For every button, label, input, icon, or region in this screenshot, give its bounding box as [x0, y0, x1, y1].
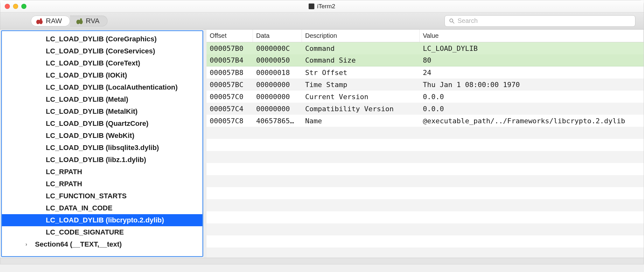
cell-offset: 000057C4: [206, 105, 253, 113]
table-row-empty: [206, 127, 644, 139]
cell-offset: 000057B0: [206, 44, 253, 52]
sidebar-item[interactable]: LC_RPATH: [2, 166, 202, 178]
sidebar-item[interactable]: LC_FUNCTION_STARTS: [2, 190, 202, 202]
sidebar[interactable]: LC_LOAD_DYLIB (CoreGraphics)LC_LOAD_DYLI…: [1, 30, 203, 257]
table-row[interactable]: 000057B800000018Str Offset24: [206, 66, 644, 78]
sidebar-item[interactable]: LC_LOAD_DYLIB (Metal): [2, 93, 202, 105]
sidebar-item[interactable]: LC_LOAD_DYLIB (libz.1.dylib): [2, 154, 202, 166]
search-field[interactable]: [444, 15, 635, 27]
cell-description: Str Offset: [302, 69, 420, 77]
header-data[interactable]: Data: [253, 30, 302, 42]
table-row-empty: [206, 139, 644, 151]
cell-data: 00000050: [253, 56, 302, 64]
search-icon: [449, 18, 455, 24]
sidebar-item[interactable]: LC_LOAD_DYLIB (QuartzCore): [2, 118, 202, 130]
svg-line-1: [453, 22, 454, 23]
cell-data: 00000000: [253, 105, 302, 113]
sidebar-section[interactable]: ›Section64 (__TEXT,__text): [2, 238, 202, 250]
cell-offset: 000057B4: [206, 56, 253, 64]
sidebar-item[interactable]: LC_LOAD_DYLIB (CoreServices): [2, 45, 202, 57]
table-row-empty: [206, 187, 644, 199]
table-row[interactable]: 000057B400000050Command Size80: [206, 54, 644, 66]
window-title: iTerm2: [0, 3, 644, 10]
cell-value: 80: [420, 56, 644, 64]
window-title-text: iTerm2: [317, 3, 335, 10]
cell-value: 24: [420, 69, 644, 77]
cell-description: Command: [302, 44, 420, 52]
header-value[interactable]: Value: [420, 30, 644, 42]
chevron-right-icon[interactable]: ›: [25, 241, 27, 247]
detail-pane: Offset Data Description Value 000057B000…: [206, 30, 644, 258]
sidebar-section-label: Section64 (__TEXT,__text): [35, 240, 122, 248]
cell-data: 00000018: [253, 69, 302, 77]
sidebar-item[interactable]: LC_LOAD_DYLIB (LocalAuthentication): [2, 81, 202, 93]
cell-description: Compatibility Version: [302, 105, 420, 113]
split-divider[interactable]: [203, 30, 206, 258]
sidebar-item[interactable]: LC_LOAD_DYLIB (MetalKit): [2, 105, 202, 118]
cell-description: Time Stamp: [302, 81, 420, 89]
tab-raw[interactable]: RAW: [31, 16, 70, 26]
search-input[interactable]: [458, 17, 631, 24]
app-window: iTerm2 RAW RVA LC_LOAD_DYLIB (CoreG: [0, 0, 644, 264]
cell-offset: 000057B8: [206, 69, 253, 77]
table-body[interactable]: 000057B00000000CCommandLC_LOAD_DYLIB0000…: [206, 42, 644, 258]
table-row-empty: [206, 163, 644, 175]
cell-description: Name: [302, 117, 420, 125]
cell-value: 0.0.0: [420, 93, 644, 101]
table-header: Offset Data Description Value: [206, 30, 644, 42]
sidebar-item[interactable]: LC_DATA_IN_CODE: [2, 202, 202, 214]
sidebar-item[interactable]: LC_LOAD_DYLIB (WebKit): [2, 130, 202, 142]
cell-data: 40657865…: [253, 117, 302, 125]
table-row[interactable]: 000057B00000000CCommandLC_LOAD_DYLIB: [206, 42, 644, 54]
table-row[interactable]: 000057C840657865…Name@executable_path/..…: [206, 115, 644, 127]
sidebar-item[interactable]: LC_LOAD_DYLIB (libcrypto.2.dylib): [2, 214, 202, 226]
apple-green-icon: [76, 17, 83, 25]
cell-data: 00000000: [253, 81, 302, 89]
table-row-empty: [206, 223, 644, 235]
cell-data: 00000000: [253, 93, 302, 101]
header-description[interactable]: Description: [302, 30, 420, 42]
sidebar-item[interactable]: LC_LOAD_DYLIB (CoreText): [2, 57, 202, 69]
cell-value: 0.0.0: [420, 105, 644, 113]
svg-point-0: [450, 19, 453, 22]
cell-offset: 000057BC: [206, 81, 253, 89]
table-row[interactable]: 000057C400000000Compatibility Version0.0…: [206, 103, 644, 115]
header-offset[interactable]: Offset: [206, 30, 253, 42]
table-row-empty: [206, 151, 644, 163]
cell-offset: 000057C0: [206, 93, 253, 101]
cell-value: LC_LOAD_DYLIB: [420, 44, 644, 52]
cell-description: Command Size: [302, 56, 420, 64]
table-row-empty: [206, 211, 644, 223]
sidebar-item[interactable]: LC_LOAD_DYLIB (libsqlite3.dylib): [2, 142, 202, 154]
cell-description: Current Version: [302, 93, 420, 101]
sidebar-item[interactable]: LC_RPATH: [2, 178, 202, 190]
footer-bar: [0, 258, 644, 264]
table-row-empty: [206, 248, 644, 258]
cell-data: 0000000C: [253, 44, 302, 52]
tab-rva-label: RVA: [86, 17, 100, 25]
sidebar-item[interactable]: LC_LOAD_DYLIB (IOKit): [2, 69, 202, 81]
tab-rva[interactable]: RVA: [70, 16, 108, 26]
sidebar-item[interactable]: LC_LOAD_DYLIB (CoreGraphics): [2, 33, 202, 45]
sidebar-item[interactable]: LC_CODE_SIGNATURE: [2, 226, 202, 238]
titlebar: iTerm2: [0, 0, 644, 12]
mode-segmented: RAW RVA: [31, 16, 108, 26]
table-row[interactable]: 000057C000000000Current Version0.0.0: [206, 91, 644, 103]
table-row[interactable]: 000057BC00000000Time StampThu Jan 1 08:0…: [206, 78, 644, 91]
table-row-empty: [206, 175, 644, 187]
terminal-icon: [309, 3, 314, 9]
table-row-empty: [206, 235, 644, 248]
table-row-empty: [206, 199, 644, 211]
apple-red-icon: [36, 17, 43, 25]
tab-raw-label: RAW: [46, 17, 62, 25]
cell-value: Thu Jan 1 08:00:00 1970: [420, 81, 644, 89]
toolbar: RAW RVA: [0, 12, 644, 30]
cell-offset: 000057C8: [206, 117, 253, 125]
cell-value: @executable_path/../Frameworks/libcrypto…: [420, 117, 644, 125]
content-area: LC_LOAD_DYLIB (CoreGraphics)LC_LOAD_DYLI…: [0, 30, 644, 258]
